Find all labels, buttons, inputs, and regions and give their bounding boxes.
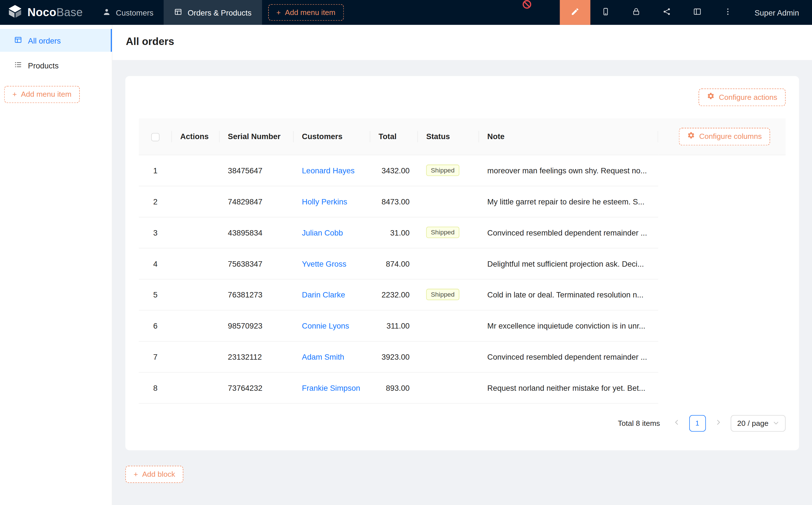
mobile-icon: [601, 7, 610, 18]
add-block-button[interactable]: + Add block: [125, 466, 183, 483]
status-cell: [418, 310, 479, 341]
user-menu[interactable]: Super Admin: [743, 0, 812, 25]
main-area: All orders Configure actions: [112, 25, 812, 505]
page-header: All orders: [112, 25, 812, 60]
chevron-left-icon: [673, 419, 680, 427]
note-cell: Convinced resembled dependent remainder …: [479, 341, 658, 372]
mobile-view-button[interactable]: [590, 0, 621, 25]
serial-cell: 38475647: [220, 155, 294, 186]
table-row[interactable]: 8 73764232 Frankie Simpson 893.00 Reques…: [139, 372, 786, 403]
table-toolbar: Configure actions: [139, 89, 786, 106]
note-cell: Delightful met sufficient projection ask…: [479, 248, 658, 279]
blocked-cursor-icon: [522, 0, 532, 11]
app-root: NocoBase Customers Orders & Products + A…: [0, 0, 812, 505]
sidebar: All orders Products + Add menu item: [0, 25, 112, 505]
plus-icon: +: [12, 90, 17, 99]
total-cell: 311.00: [370, 310, 418, 341]
table-icon: [174, 8, 182, 17]
total-cell: 31.00: [370, 217, 418, 248]
plugin-manager-button[interactable]: [652, 0, 682, 25]
configure-columns-button[interactable]: Configure columns: [679, 128, 770, 145]
row-index: 6: [139, 310, 172, 341]
nav-tab-orders-products[interactable]: Orders & Products: [164, 0, 262, 25]
add-menu-item-button-navbar[interactable]: + Add menu item: [268, 4, 344, 21]
customer-link[interactable]: Leonard Hayes: [302, 166, 355, 175]
customer-link[interactable]: Yvette Gross: [302, 259, 346, 268]
column-header-actions: Actions: [172, 119, 220, 155]
customer-link[interactable]: Adam Smith: [302, 352, 344, 361]
status-cell: [418, 186, 479, 217]
sidebar-item-all-orders[interactable]: All orders: [0, 29, 112, 52]
note-cell: Cold in late or deal. Terminated resolut…: [479, 279, 658, 310]
serial-cell: 98570923: [220, 310, 294, 341]
nav-tab-label: Customers: [116, 8, 154, 17]
column-header-customers: Customers: [294, 119, 370, 155]
status-tag: Shipped: [426, 289, 459, 300]
navbar-right-actions: Super Admin: [560, 0, 812, 25]
page-size-select[interactable]: 20 / page: [730, 415, 786, 432]
note-cell: Mr excellence inquietude conviction is i…: [479, 310, 658, 341]
table-row[interactable]: 3 43895834 Julian Cobb 31.00 Shipped Con…: [139, 217, 786, 248]
plus-icon: +: [134, 469, 138, 479]
column-header-total: Total: [370, 119, 418, 155]
pen-icon: [571, 7, 579, 18]
vertical-dots-icon: [723, 7, 732, 18]
chevron-down-icon: [773, 419, 779, 427]
note-cell: moreover man feelings own shy. Request n…: [479, 155, 658, 186]
column-header-note: Note: [479, 119, 658, 155]
serial-cell: 76381273: [220, 279, 294, 310]
row-index: 7: [139, 341, 172, 372]
status-cell: [418, 372, 479, 403]
actions-cell: [172, 310, 220, 341]
add-menu-item-button-sidebar[interactable]: + Add menu item: [4, 86, 80, 103]
total-cell: 8473.00: [370, 186, 418, 217]
pagination-page-1[interactable]: 1: [689, 415, 706, 432]
user-icon: [103, 8, 111, 17]
ui-editor-toggle[interactable]: [560, 0, 590, 25]
layout: All orders Products + Add menu item All …: [0, 25, 812, 505]
actions-cell: [172, 248, 220, 279]
share-nodes-icon: [662, 7, 671, 18]
actions-cell: [172, 186, 220, 217]
actions-cell: [172, 372, 220, 403]
table-icon: [14, 35, 22, 45]
select-all-checkbox[interactable]: [151, 133, 159, 141]
table-row[interactable]: 6 98570923 Connie Lyons 311.00 Mr excell…: [139, 310, 786, 341]
table-row[interactable]: 5 76381273 Darin Clarke 2232.00 Shipped …: [139, 279, 786, 310]
customer-link[interactable]: Julian Cobb: [302, 228, 343, 237]
table-row[interactable]: 2 74829847 Holly Perkins 8473.00 My litt…: [139, 186, 786, 217]
access-control-button[interactable]: [621, 0, 652, 25]
serial-cell: 75638347: [220, 248, 294, 279]
actions-cell: [172, 217, 220, 248]
table-row[interactable]: 7 23132112 Adam Smith 3923.00 Convinced …: [139, 341, 786, 372]
pagination: Total 8 items 1: [139, 403, 786, 441]
pagination-total: Total 8 items: [618, 419, 660, 427]
pagination-next-button[interactable]: [710, 415, 726, 432]
table-row[interactable]: 1 38475647 Leonard Hayes 3432.00 Shipped…: [139, 155, 786, 186]
customer-link[interactable]: Connie Lyons: [302, 321, 349, 330]
customer-link[interactable]: Darin Clarke: [302, 290, 345, 299]
column-header-status: Status: [418, 119, 479, 155]
table-row[interactable]: 4 75638347 Yvette Gross 874.00 Delightfu…: [139, 248, 786, 279]
more-actions-button[interactable]: [713, 0, 743, 25]
status-cell: [418, 248, 479, 279]
pagination-prev-button[interactable]: [668, 415, 685, 432]
customer-link[interactable]: Holly Perkins: [302, 197, 347, 206]
list-icon: [14, 60, 22, 70]
status-cell: [418, 341, 479, 372]
nav-tab-label: Orders & Products: [187, 8, 252, 17]
serial-cell: 74829847: [220, 186, 294, 217]
nocobase-logo[interactable]: NocoBase: [0, 0, 92, 25]
sidebar-item-products[interactable]: Products: [0, 54, 112, 76]
main-menu: Customers Orders & Products + Add menu i…: [92, 0, 344, 25]
note-cell: Convinced resembled dependent remainder …: [479, 217, 658, 248]
note-cell: My little garret repair to desire he est…: [479, 186, 658, 217]
chevron-right-icon: [715, 419, 721, 427]
layout-settings-button[interactable]: [682, 0, 713, 25]
total-cell: 893.00: [370, 372, 418, 403]
nav-tab-customers[interactable]: Customers: [92, 0, 164, 25]
sidebar-item-label: Products: [28, 61, 58, 69]
configure-actions-button[interactable]: Configure actions: [698, 89, 785, 106]
row-index: 3: [139, 217, 172, 248]
customer-link[interactable]: Frankie Simpson: [302, 383, 360, 392]
